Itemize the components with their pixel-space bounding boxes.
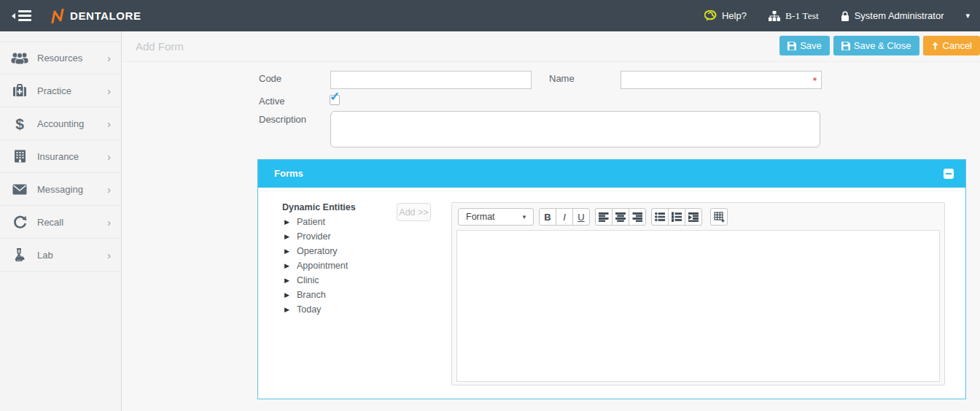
editor-toolbar: Format ▼ B I U (452, 203, 944, 231)
bullet-list-button[interactable] (651, 208, 669, 226)
refresh-icon (10, 215, 29, 229)
topbar-right: Help? B-1 Test System Administrator (704, 0, 970, 31)
format-dropdown[interactable]: Format ▼ (458, 208, 534, 226)
save-close-button-label: Save & Close (854, 40, 911, 51)
tree-expand-icon[interactable]: ▶ (284, 277, 293, 284)
tree-expand-icon[interactable]: ▶ (284, 262, 293, 269)
required-asterisk: * (813, 75, 817, 86)
chevron-down-icon[interactable]: ▾ (965, 11, 970, 20)
collapse-panel-icon[interactable] (944, 169, 954, 179)
italic-button[interactable]: I (556, 208, 573, 226)
tree-item-label: Clinic (297, 275, 319, 285)
chevron-right-icon: › (107, 250, 111, 261)
tree-expand-icon[interactable]: ▶ (284, 218, 293, 226)
code-input[interactable] (330, 71, 532, 89)
sidebar-item-label: Resources (37, 53, 82, 64)
sidebar-nav: Resources › Practice › $ Accounting › (0, 31, 122, 411)
tree-expand-icon[interactable]: ▶ (284, 291, 293, 299)
chevron-right-icon: › (107, 151, 111, 162)
dropdown-arrow-icon: ▼ (521, 214, 533, 220)
underline-button[interactable]: U (572, 208, 590, 226)
tree-item-label: Patient (297, 217, 325, 227)
list-group (651, 208, 702, 226)
sidebar-item-insurance[interactable]: Insurance › (0, 140, 121, 173)
table-group (710, 208, 728, 226)
envelope-icon (10, 184, 29, 195)
align-group (595, 208, 646, 226)
sidebar-item-practice[interactable]: Practice › (0, 74, 121, 107)
flask-icon (10, 248, 29, 261)
clinic-menu[interactable]: B-1 Test (769, 10, 819, 22)
code-label: Code (259, 73, 281, 84)
chevron-right-icon: › (107, 118, 111, 129)
name-label: Name (549, 73, 575, 84)
tree-expand-icon[interactable]: ▶ (284, 233, 293, 240)
sidebar-item-resources[interactable]: Resources › (0, 42, 121, 74)
forms-panel: Forms Dynamic Entities ▶ Patient ▶ Provi… (257, 159, 966, 399)
sidebar-item-label: Lab (37, 250, 53, 261)
sidebar-item-messaging[interactable]: Messaging › (0, 173, 121, 206)
brand-name: DENTALORE (70, 9, 141, 22)
sidebar-item-accounting[interactable]: $ Accounting › (0, 107, 121, 140)
editor-content-area[interactable] (456, 230, 940, 382)
sidebar-item-label: Recall (37, 217, 63, 228)
forms-panel-header: Forms (258, 160, 965, 188)
add-entity-button[interactable]: Add >> (397, 203, 431, 221)
sidebar-item-lab[interactable]: Lab › (0, 239, 121, 272)
tree-item-label: Branch (297, 290, 326, 300)
help-chat-icon (704, 10, 717, 21)
tree-item-label: Provider (297, 231, 331, 242)
sidebar-item-label: Practice (37, 85, 71, 96)
app-window: DENTALORE Help? B-1 Test (0, 0, 980, 411)
help-menu[interactable]: Help? (704, 10, 747, 21)
description-textarea[interactable] (330, 111, 820, 147)
active-checkbox[interactable]: ✓ (330, 95, 340, 105)
tree-item-patient[interactable]: ▶ Patient (284, 217, 325, 227)
align-right-button[interactable] (629, 208, 646, 226)
format-dropdown-value: Format (459, 212, 495, 222)
text-style-group: B I U (539, 208, 590, 226)
sidebar-item-label: Insurance (37, 151, 79, 162)
numbered-list-button[interactable] (668, 208, 685, 226)
floppy-icon (841, 42, 850, 50)
save-and-close-button[interactable]: Save & Close (833, 36, 919, 55)
cancel-button-label: Cancel (943, 40, 972, 51)
tree-expand-icon[interactable]: ▶ (284, 306, 293, 313)
help-label: Help? (722, 10, 747, 21)
rich-text-editor: Format ▼ B I U (451, 202, 945, 385)
tree-item-operatory[interactable]: ▶ Operatory (284, 246, 338, 256)
align-left-button[interactable] (595, 208, 612, 226)
save-button[interactable]: Save (779, 36, 830, 55)
bold-button[interactable]: B (539, 208, 556, 226)
tree-item-appointment[interactable]: ▶ Appointment (284, 261, 348, 271)
users-icon (10, 52, 29, 64)
user-menu[interactable]: System Administrator (841, 10, 944, 21)
tree-item-branch[interactable]: ▶ Branch (284, 290, 326, 300)
sidebar-item-label: Messaging (37, 184, 83, 195)
app-logo: DENTALORE (51, 0, 141, 31)
logo-mark-icon (51, 9, 64, 23)
clinic-label: B-1 Test (785, 10, 819, 22)
name-input[interactable] (621, 71, 822, 89)
tree-item-provider[interactable]: ▶ Provider (284, 231, 331, 242)
tree-item-label: Today (297, 304, 321, 315)
cancel-button[interactable]: Cancel (923, 36, 980, 55)
forms-panel-body: Dynamic Entities ▶ Patient ▶ Provider ▶ … (258, 188, 965, 399)
user-label: System Administrator (855, 10, 944, 21)
sidebar-toggle-icon[interactable] (12, 10, 31, 21)
hamburger-icon (18, 10, 31, 21)
insert-table-button[interactable] (710, 208, 728, 226)
sidebar-item-recall[interactable]: Recall › (0, 206, 121, 239)
arrow-up-icon (931, 42, 939, 50)
content-header: Add Form Save Save & Close (122, 31, 980, 62)
name-field-wrap: * (621, 71, 822, 89)
top-navbar: DENTALORE Help? B-1 Test (0, 0, 980, 31)
description-label: Description (259, 114, 306, 125)
tree-item-today[interactable]: ▶ Today (284, 304, 321, 315)
tree-item-label: Operatory (297, 246, 338, 256)
indent-button[interactable] (685, 208, 702, 226)
tree-item-clinic[interactable]: ▶ Clinic (284, 275, 319, 285)
chevron-right-icon: › (107, 53, 111, 64)
align-center-button[interactable] (612, 208, 629, 226)
tree-expand-icon[interactable]: ▶ (284, 247, 293, 255)
